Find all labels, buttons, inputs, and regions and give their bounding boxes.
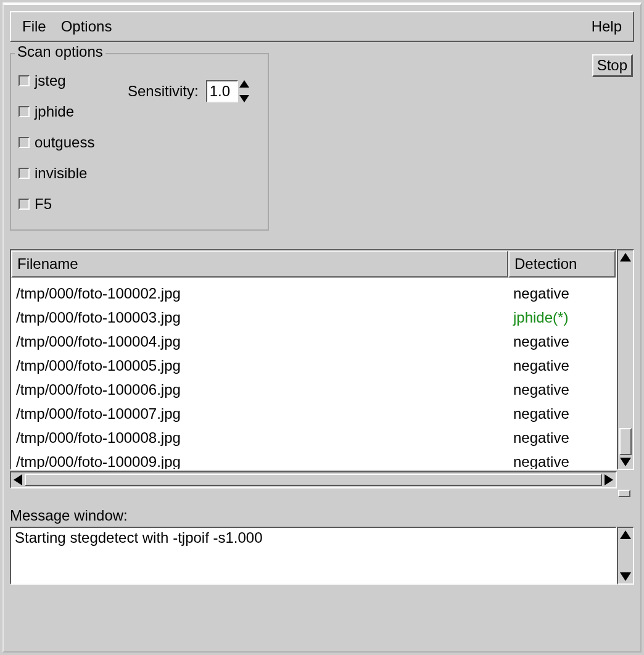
table-cell-detection: negative — [508, 357, 616, 374]
app-window: File Options Help Scan options jsteg jph… — [2, 2, 642, 653]
results-table: Filename Detection /tmp/000/foto-xxxxxx.… — [10, 249, 617, 470]
table-body[interactable]: /tmp/000/foto-xxxxxx.jpgnegative/tmp/000… — [11, 278, 616, 470]
check-f5[interactable]: F5 — [19, 192, 119, 216]
check-label: jsteg — [35, 72, 66, 89]
scan-options-legend: Scan options — [15, 43, 105, 60]
check-label: jphide — [35, 103, 74, 120]
check-label: outguess — [35, 134, 94, 151]
table-row[interactable]: /tmp/000/foto-100003.jpgjphide(*) — [11, 305, 616, 329]
message-window-label: Message window: — [10, 507, 634, 524]
table-cell-filename: /tmp/000/foto-100002.jpg — [11, 285, 508, 302]
scroll-up-icon[interactable] — [620, 530, 631, 539]
table-cell-detection: negative — [508, 381, 616, 398]
pane-resize-handle[interactable] — [618, 490, 630, 497]
table-row[interactable]: /tmp/000/foto-100009.jpgnegative — [11, 450, 616, 470]
table-cell-detection: negative — [508, 285, 616, 302]
message-window[interactable]: Starting stegdetect with -tjpoif -s1.000 — [10, 527, 617, 585]
table-cell-filename: /tmp/000/foto-100004.jpg — [11, 333, 508, 350]
table-cell-filename: /tmp/000/foto-100006.jpg — [11, 381, 508, 398]
stop-button[interactable]: Stop — [592, 54, 633, 77]
spin-up-icon[interactable] — [239, 80, 249, 88]
check-outguess[interactable]: outguess — [19, 131, 119, 154]
table-vertical-scrollbar[interactable] — [617, 249, 634, 470]
check-label: invisible — [35, 165, 87, 182]
table-cell-filename: /tmp/000/foto-100009.jpg — [11, 453, 508, 471]
table-row[interactable]: /tmp/000/foto-100008.jpgnegative — [11, 426, 616, 450]
check-jsteg[interactable]: jsteg — [19, 69, 119, 93]
scroll-left-icon[interactable] — [14, 474, 22, 485]
checkbox-icon[interactable] — [19, 168, 30, 179]
table-cell-detection: jphide(*) — [508, 309, 616, 326]
table-row[interactable]: /tmp/000/foto-100006.jpgnegative — [11, 377, 616, 402]
checkbox-icon[interactable] — [19, 199, 30, 210]
scroll-down-icon[interactable] — [620, 572, 631, 581]
table-row[interactable]: /tmp/000/foto-100004.jpgnegative — [11, 329, 616, 353]
menu-options[interactable]: Options — [54, 15, 120, 38]
table-cell-detection: negative — [508, 429, 616, 447]
table-header: Filename Detection — [11, 250, 616, 278]
scroll-right-icon[interactable] — [605, 474, 613, 485]
scan-options-checklist: jsteg jphide outguess invisible F5 — [17, 65, 119, 223]
sensitivity-spinbox[interactable]: 1.0 — [206, 80, 249, 102]
scan-options-group: Scan options jsteg jphide outguess invis… — [10, 53, 269, 231]
column-header-filename[interactable]: Filename — [11, 250, 508, 278]
table-row[interactable]: /tmp/000/foto-100007.jpgnegative — [11, 402, 616, 426]
scroll-up-icon[interactable] — [620, 253, 631, 262]
table-row[interactable]: /tmp/000/foto-100005.jpgnegative — [11, 353, 616, 377]
menubar: File Options Help — [10, 11, 634, 42]
checkbox-icon[interactable] — [19, 137, 30, 148]
table-row[interactable]: /tmp/000/foto-100002.jpgnegative — [11, 281, 616, 305]
menu-help[interactable]: Help — [584, 15, 629, 38]
check-jphide[interactable]: jphide — [19, 100, 119, 123]
check-invisible[interactable]: invisible — [19, 162, 119, 185]
scroll-down-icon[interactable] — [620, 458, 631, 466]
menu-file[interactable]: File — [15, 15, 54, 38]
table-cell-filename: /tmp/000/foto-100003.jpg — [11, 309, 508, 326]
checkbox-icon[interactable] — [19, 75, 30, 86]
checkbox-icon[interactable] — [19, 106, 30, 117]
table-cell-detection: negative — [508, 453, 616, 471]
column-header-detection[interactable]: Detection — [508, 250, 616, 278]
table-cell-detection: negative — [508, 405, 616, 422]
message-vertical-scrollbar[interactable] — [617, 527, 634, 585]
sensitivity-input[interactable]: 1.0 — [206, 80, 238, 102]
sensitivity-label: Sensitivity: — [128, 80, 199, 100]
scrollbar-thumb[interactable] — [25, 474, 602, 486]
spin-down-icon[interactable] — [239, 95, 249, 102]
check-label: F5 — [35, 196, 52, 213]
table-horizontal-scrollbar[interactable] — [10, 471, 617, 488]
table-cell-filename: /tmp/000/foto-100005.jpg — [11, 357, 508, 374]
scrollbar-thumb[interactable] — [619, 428, 632, 455]
table-cell-detection: negative — [508, 333, 616, 350]
table-cell-filename: /tmp/000/foto-100007.jpg — [11, 405, 508, 422]
table-cell-filename: /tmp/000/foto-100008.jpg — [11, 429, 508, 447]
